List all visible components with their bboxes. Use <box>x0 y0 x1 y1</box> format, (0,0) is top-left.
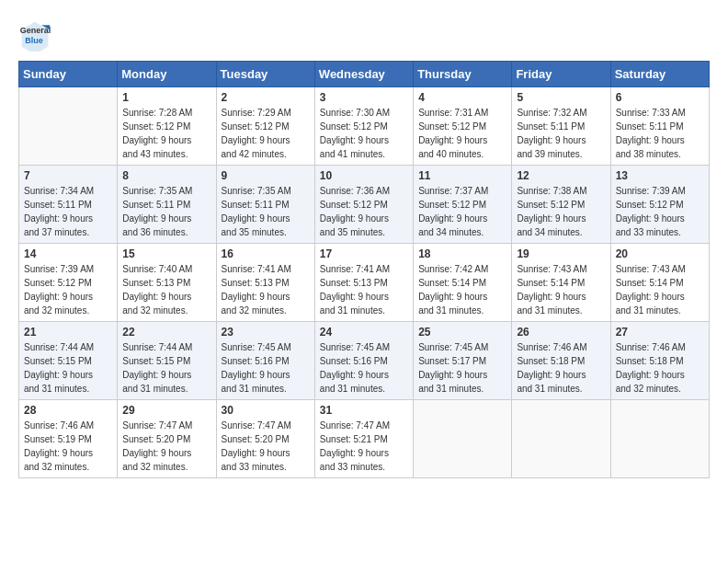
day-number: 7 <box>24 169 112 182</box>
calendar-week-row: 28Sunrise: 7:46 AMSunset: 5:19 PMDayligh… <box>19 400 710 478</box>
day-number: 26 <box>517 326 605 339</box>
day-number: 20 <box>616 247 704 260</box>
header-monday: Monday <box>118 62 216 87</box>
day-info: Sunrise: 7:41 AMSunset: 5:13 PMDaylight:… <box>320 262 408 317</box>
day-number: 12 <box>517 169 605 182</box>
calendar-cell: 29Sunrise: 7:47 AMSunset: 5:20 PMDayligh… <box>118 400 216 478</box>
day-number: 14 <box>24 247 112 260</box>
calendar-cell: 16Sunrise: 7:41 AMSunset: 5:13 PMDayligh… <box>216 244 314 322</box>
header-tuesday: Tuesday <box>216 62 314 87</box>
day-info: Sunrise: 7:44 AMSunset: 5:15 PMDaylight:… <box>122 340 210 396</box>
day-info: Sunrise: 7:40 AMSunset: 5:13 PMDaylight:… <box>122 262 210 317</box>
day-number: 25 <box>418 326 506 339</box>
day-number: 10 <box>320 169 408 182</box>
day-number: 22 <box>122 326 210 339</box>
day-number: 19 <box>517 247 605 260</box>
day-number: 8 <box>122 169 210 182</box>
header-friday: Friday <box>512 62 610 87</box>
day-number: 30 <box>222 404 310 417</box>
header-wednesday: Wednesday <box>314 62 413 87</box>
calendar-cell: 15Sunrise: 7:40 AMSunset: 5:13 PMDayligh… <box>118 244 216 322</box>
day-info: Sunrise: 7:30 AMSunset: 5:12 PMDaylight:… <box>320 106 408 161</box>
day-info: Sunrise: 7:45 AMSunset: 5:16 PMDaylight:… <box>320 340 408 396</box>
day-number: 29 <box>122 404 210 417</box>
page-header: General Blue <box>18 18 710 52</box>
day-info: Sunrise: 7:43 AMSunset: 5:14 PMDaylight:… <box>517 262 605 317</box>
day-number: 24 <box>320 326 408 339</box>
day-number: 18 <box>418 247 506 260</box>
header-saturday: Saturday <box>610 62 709 87</box>
day-number: 2 <box>222 91 310 104</box>
day-info: Sunrise: 7:44 AMSunset: 5:15 PMDaylight:… <box>24 340 112 396</box>
svg-text:Blue: Blue <box>25 36 43 45</box>
calendar-cell: 14Sunrise: 7:39 AMSunset: 5:12 PMDayligh… <box>19 244 118 322</box>
calendar-cell: 18Sunrise: 7:42 AMSunset: 5:14 PMDayligh… <box>414 244 512 322</box>
day-info: Sunrise: 7:34 AMSunset: 5:11 PMDaylight:… <box>24 184 112 239</box>
calendar-cell: 10Sunrise: 7:36 AMSunset: 5:12 PMDayligh… <box>314 166 413 244</box>
day-info: Sunrise: 7:33 AMSunset: 5:11 PMDaylight:… <box>616 106 704 161</box>
calendar-cell: 3Sunrise: 7:30 AMSunset: 5:12 PMDaylight… <box>314 87 413 166</box>
day-info: Sunrise: 7:47 AMSunset: 5:20 PMDaylight:… <box>122 419 210 474</box>
calendar-cell: 31Sunrise: 7:47 AMSunset: 5:21 PMDayligh… <box>314 400 413 478</box>
calendar-cell: 21Sunrise: 7:44 AMSunset: 5:15 PMDayligh… <box>19 322 118 400</box>
calendar-cell: 6Sunrise: 7:33 AMSunset: 5:11 PMDaylight… <box>610 87 709 166</box>
calendar-cell: 17Sunrise: 7:41 AMSunset: 5:13 PMDayligh… <box>314 244 413 322</box>
day-number: 6 <box>616 91 704 104</box>
day-info: Sunrise: 7:47 AMSunset: 5:21 PMDaylight:… <box>320 419 408 474</box>
day-number: 5 <box>517 91 605 104</box>
day-number: 3 <box>320 91 408 104</box>
calendar-cell: 5Sunrise: 7:32 AMSunset: 5:11 PMDaylight… <box>512 87 610 166</box>
day-info: Sunrise: 7:28 AMSunset: 5:12 PMDaylight:… <box>122 106 210 161</box>
day-info: Sunrise: 7:31 AMSunset: 5:12 PMDaylight:… <box>418 106 506 161</box>
calendar-cell: 19Sunrise: 7:43 AMSunset: 5:14 PMDayligh… <box>512 244 610 322</box>
calendar-week-row: 21Sunrise: 7:44 AMSunset: 5:15 PMDayligh… <box>19 322 710 400</box>
calendar-cell <box>19 87 118 166</box>
calendar-cell: 20Sunrise: 7:43 AMSunset: 5:14 PMDayligh… <box>610 244 709 322</box>
day-info: Sunrise: 7:29 AMSunset: 5:12 PMDaylight:… <box>222 106 310 161</box>
calendar-cell: 23Sunrise: 7:45 AMSunset: 5:16 PMDayligh… <box>216 322 314 400</box>
day-info: Sunrise: 7:36 AMSunset: 5:12 PMDaylight:… <box>320 184 408 239</box>
day-info: Sunrise: 7:39 AMSunset: 5:12 PMDaylight:… <box>24 262 112 317</box>
day-number: 21 <box>24 326 112 339</box>
calendar-cell <box>610 400 709 478</box>
day-number: 23 <box>222 326 310 339</box>
calendar-cell: 22Sunrise: 7:44 AMSunset: 5:15 PMDayligh… <box>118 322 216 400</box>
calendar-cell: 7Sunrise: 7:34 AMSunset: 5:11 PMDaylight… <box>19 166 118 244</box>
day-info: Sunrise: 7:39 AMSunset: 5:12 PMDaylight:… <box>616 184 704 239</box>
day-info: Sunrise: 7:45 AMSunset: 5:16 PMDaylight:… <box>222 340 310 396</box>
day-number: 17 <box>320 247 408 260</box>
calendar-cell: 24Sunrise: 7:45 AMSunset: 5:16 PMDayligh… <box>314 322 413 400</box>
day-number: 9 <box>222 169 310 182</box>
calendar-cell <box>512 400 610 478</box>
calendar-cell: 26Sunrise: 7:46 AMSunset: 5:18 PMDayligh… <box>512 322 610 400</box>
day-number: 28 <box>24 404 112 417</box>
calendar-cell: 13Sunrise: 7:39 AMSunset: 5:12 PMDayligh… <box>610 166 709 244</box>
calendar-week-row: 1Sunrise: 7:28 AMSunset: 5:12 PMDaylight… <box>19 87 710 166</box>
logo: General Blue <box>18 18 55 52</box>
day-info: Sunrise: 7:35 AMSunset: 5:11 PMDaylight:… <box>122 184 210 239</box>
day-info: Sunrise: 7:46 AMSunset: 5:18 PMDaylight:… <box>517 340 605 396</box>
logo-icon: General Blue <box>18 18 51 52</box>
day-number: 4 <box>418 91 506 104</box>
day-info: Sunrise: 7:43 AMSunset: 5:14 PMDaylight:… <box>616 262 704 317</box>
calendar-cell: 25Sunrise: 7:45 AMSunset: 5:17 PMDayligh… <box>414 322 512 400</box>
calendar-cell: 27Sunrise: 7:46 AMSunset: 5:18 PMDayligh… <box>610 322 709 400</box>
day-info: Sunrise: 7:38 AMSunset: 5:12 PMDaylight:… <box>517 184 605 239</box>
calendar-cell: 8Sunrise: 7:35 AMSunset: 5:11 PMDaylight… <box>118 166 216 244</box>
calendar-cell: 28Sunrise: 7:46 AMSunset: 5:19 PMDayligh… <box>19 400 118 478</box>
calendar-header-row: SundayMondayTuesdayWednesdayThursdayFrid… <box>19 62 710 87</box>
day-info: Sunrise: 7:32 AMSunset: 5:11 PMDaylight:… <box>517 106 605 161</box>
day-info: Sunrise: 7:35 AMSunset: 5:11 PMDaylight:… <box>222 184 310 239</box>
calendar-cell: 12Sunrise: 7:38 AMSunset: 5:12 PMDayligh… <box>512 166 610 244</box>
calendar-week-row: 7Sunrise: 7:34 AMSunset: 5:11 PMDaylight… <box>19 166 710 244</box>
day-number: 13 <box>616 169 704 182</box>
day-info: Sunrise: 7:37 AMSunset: 5:12 PMDaylight:… <box>418 184 506 239</box>
day-info: Sunrise: 7:46 AMSunset: 5:18 PMDaylight:… <box>616 340 704 396</box>
day-info: Sunrise: 7:46 AMSunset: 5:19 PMDaylight:… <box>24 419 112 474</box>
calendar-cell: 2Sunrise: 7:29 AMSunset: 5:12 PMDaylight… <box>216 87 314 166</box>
day-info: Sunrise: 7:42 AMSunset: 5:14 PMDaylight:… <box>418 262 506 317</box>
day-number: 1 <box>122 91 210 104</box>
calendar-cell: 30Sunrise: 7:47 AMSunset: 5:20 PMDayligh… <box>216 400 314 478</box>
calendar-week-row: 14Sunrise: 7:39 AMSunset: 5:12 PMDayligh… <box>19 244 710 322</box>
calendar-cell: 4Sunrise: 7:31 AMSunset: 5:12 PMDaylight… <box>414 87 512 166</box>
